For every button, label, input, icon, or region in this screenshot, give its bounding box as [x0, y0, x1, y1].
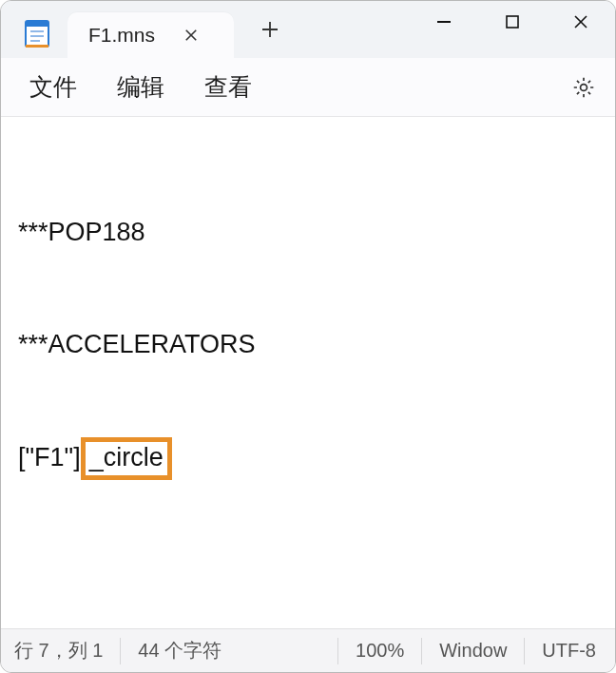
new-tab-button[interactable] — [243, 20, 297, 39]
editor-text: ["F1"] — [18, 443, 81, 471]
tab-title: F1.mns — [88, 24, 155, 47]
menu-view[interactable]: 查看 — [204, 71, 252, 103]
svg-rect-5 — [26, 45, 48, 48]
notepad-icon — [18, 1, 56, 58]
titlebar[interactable]: F1.mns — [1, 1, 615, 58]
editor-line: ***POP188 — [18, 214, 598, 251]
close-button[interactable] — [547, 1, 615, 43]
app-window: F1.mns 文件 编辑 查看 — [0, 0, 616, 673]
status-line-ending[interactable]: Window — [421, 638, 524, 664]
highlight-box: _circle — [81, 437, 172, 479]
svg-point-14 — [581, 84, 587, 90]
window-controls — [410, 1, 615, 58]
editor-line: ***ACCELERATORS — [18, 326, 598, 363]
status-zoom[interactable]: 100% — [337, 638, 421, 664]
menubar: 文件 编辑 查看 — [1, 58, 615, 117]
close-tab-icon[interactable] — [178, 22, 204, 48]
tab-active[interactable]: F1.mns — [67, 12, 234, 58]
editor-line: ["F1"]_circle — [18, 437, 598, 479]
maximize-button[interactable] — [478, 1, 547, 43]
menu-file[interactable]: 文件 — [29, 71, 77, 103]
svg-rect-11 — [507, 16, 518, 28]
minimize-button[interactable] — [410, 1, 478, 43]
status-encoding[interactable]: UTF-8 — [524, 638, 613, 664]
status-bar: 行 7，列 1 44 个字符 100% Window UTF-8 — [1, 628, 615, 672]
status-position: 行 7，列 1 — [14, 638, 120, 664]
settings-button[interactable] — [569, 73, 598, 102]
text-editor[interactable]: ***POP188 ***ACCELERATORS ["F1"]_circle — [1, 117, 615, 628]
status-char-count: 44 个字符 — [120, 638, 239, 664]
menu-edit[interactable]: 编辑 — [117, 71, 164, 103]
tab-strip: F1.mns — [67, 1, 297, 58]
svg-rect-1 — [26, 21, 48, 27]
